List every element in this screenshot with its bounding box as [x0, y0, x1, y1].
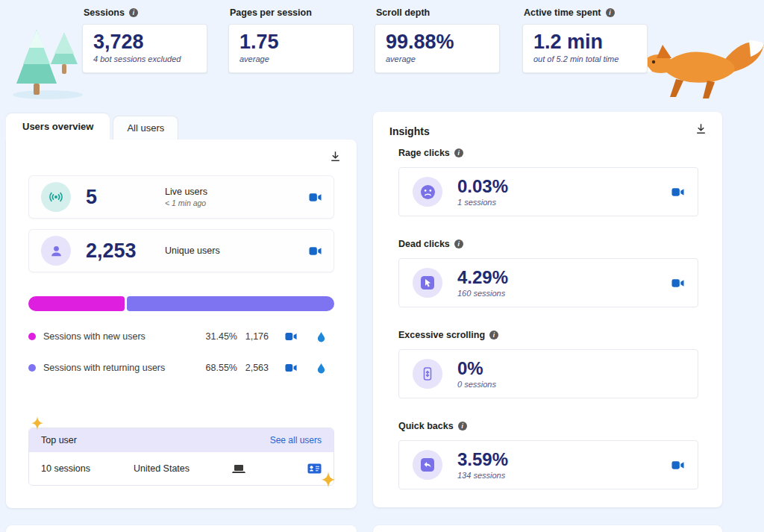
legend-count: 1,176 [237, 331, 269, 342]
users-panel-body: 5 Live users < 1 min ago 2,253 Unique us… [6, 140, 357, 508]
dead-clicks-card: 4.29% 160 sessions [398, 258, 698, 307]
stat-pages-per-session: Pages per session 1.75 average [228, 7, 354, 73]
unique-users-label: Unique users [165, 245, 220, 256]
video-camera-icon[interactable] [309, 246, 322, 256]
tab-users-overview[interactable]: Users overview [6, 113, 110, 140]
top-user-header: Top user See all users [29, 428, 334, 452]
excessive-scrolling-icon [413, 359, 442, 389]
stat-value: 3,728 [93, 31, 196, 54]
stat-value: 1.75 [239, 31, 342, 54]
stat-subtext: 4 bot sessions excluded [93, 54, 196, 63]
legend-count: 2,563 [237, 363, 269, 373]
info-icon[interactable] [454, 240, 463, 248]
see-all-users-link[interactable]: See all users [270, 435, 322, 445]
legend-returning-users: Sessions with returning users 68.55% 2,5… [28, 360, 334, 375]
stat-label-text: Pages per session [230, 7, 312, 18]
sparkle-icon [28, 416, 46, 434]
stat-pages-card: 1.75 average [228, 24, 354, 73]
legend-label: Sessions with returning users [43, 363, 198, 373]
insight-value: 0% [457, 359, 496, 378]
quick-backs-icon [413, 450, 442, 480]
info-icon[interactable] [489, 331, 498, 339]
video-camera-icon[interactable] [671, 278, 684, 288]
stat-pages-label: Pages per session [228, 7, 354, 18]
stat-value: 99.88% [386, 31, 489, 54]
live-users-icon [41, 182, 71, 212]
trees-illustration [9, 19, 85, 103]
stat-subtext: out of 5.2 min total time [533, 54, 636, 63]
users-overview-panel: Users overview All users 5 Live users < … [6, 112, 357, 508]
unique-users-count: 2,253 [86, 240, 165, 263]
stat-subtext: average [386, 54, 489, 63]
live-users-label: Live users [165, 187, 207, 197]
tab-all-users[interactable]: All users [113, 116, 178, 140]
quick-backs-card: 3.59% 134 sessions [398, 440, 698, 489]
legend-percent: 31.45% [198, 331, 237, 342]
stat-subtext: average [239, 54, 342, 63]
dead-clicks-icon [413, 268, 442, 298]
live-users-card: 5 Live users < 1 min ago [28, 175, 334, 219]
stat-active-time: Active time spent 1.2 min out of 5.2 min… [522, 7, 648, 73]
partial-card-bottom-left [6, 525, 357, 532]
magenta-dot-icon [28, 333, 36, 340]
info-icon[interactable] [606, 8, 615, 17]
stat-active-time-label: Active time spent [522, 7, 648, 18]
top-user-country: United States [134, 463, 232, 474]
new-users-segment[interactable] [28, 296, 125, 311]
stat-label-text: Scroll depth [376, 7, 430, 18]
top-user-section: Top user See all users 10 sessions Unite… [28, 428, 334, 486]
fox-illustration [631, 24, 764, 107]
new-vs-returning-bar [28, 296, 334, 311]
legend-new-users: Sessions with new users 31.45% 1,176 [28, 329, 334, 344]
quick-backs-label: Quick backs [398, 421, 698, 431]
insight-sessions: 1 sessions [457, 198, 508, 207]
partial-card-bottom-right [373, 525, 722, 532]
insight-value: 0.03% [457, 177, 508, 196]
live-users-ago: < 1 min ago [165, 198, 207, 207]
filter-droplet-icon[interactable] [316, 331, 326, 342]
rage-clicks-card: 0.03% 1 sessions [398, 167, 698, 216]
stat-scroll-card: 99.88% average [375, 24, 500, 73]
insight-value: 4.29% [457, 268, 508, 287]
top-user-title: Top user [41, 435, 77, 445]
video-camera-icon[interactable] [671, 460, 684, 470]
excessive-scrolling-label: Excessive scrolling [398, 330, 698, 340]
video-camera-icon[interactable] [671, 187, 684, 197]
stat-sessions-label: Sessions [82, 7, 207, 18]
stat-active-time-card: 1.2 min out of 5.2 min total time [522, 24, 648, 73]
sparkle-icon [318, 471, 339, 492]
video-camera-icon[interactable] [285, 332, 297, 341]
returning-users-segment[interactable] [127, 296, 334, 311]
rage-clicks-label: Rage clicks [398, 148, 698, 158]
video-camera-icon[interactable] [285, 363, 297, 372]
video-camera-icon[interactable] [309, 193, 322, 202]
laptop-icon [232, 464, 245, 474]
filter-droplet-icon[interactable] [316, 363, 326, 374]
download-icon[interactable] [695, 122, 707, 135]
dead-clicks-label: Dead clicks [398, 239, 698, 249]
insights-title: Insights [389, 125, 698, 137]
live-users-count: 5 [86, 186, 165, 209]
stat-label-text: Active time spent [524, 7, 601, 18]
unique-users-icon [41, 236, 71, 266]
purple-dot-icon [28, 364, 36, 372]
top-user-row[interactable]: 10 sessions United States [29, 452, 334, 485]
insight-value: 3.59% [457, 450, 508, 469]
legend-percent: 68.55% [198, 363, 237, 373]
stat-label-text: Sessions [84, 7, 125, 18]
stat-sessions: Sessions 3,728 4 bot sessions excluded [82, 7, 207, 73]
insight-sessions: 134 sessions [457, 471, 508, 480]
stat-sessions-card: 3,728 4 bot sessions excluded [82, 24, 207, 73]
top-user-sessions: 10 sessions [41, 463, 134, 474]
legend-label: Sessions with new users [43, 331, 198, 342]
info-icon[interactable] [454, 148, 463, 157]
stat-scroll-label: Scroll depth [375, 7, 500, 18]
download-icon[interactable] [329, 150, 342, 163]
info-icon[interactable] [129, 8, 138, 17]
insight-sessions: 160 sessions [457, 289, 508, 298]
info-icon[interactable] [458, 422, 467, 431]
stat-value: 1.2 min [533, 31, 636, 54]
rage-clicks-icon [413, 177, 442, 207]
insight-sessions: 0 sessions [457, 380, 496, 389]
unique-users-card: 2,253 Unique users [28, 229, 334, 272]
